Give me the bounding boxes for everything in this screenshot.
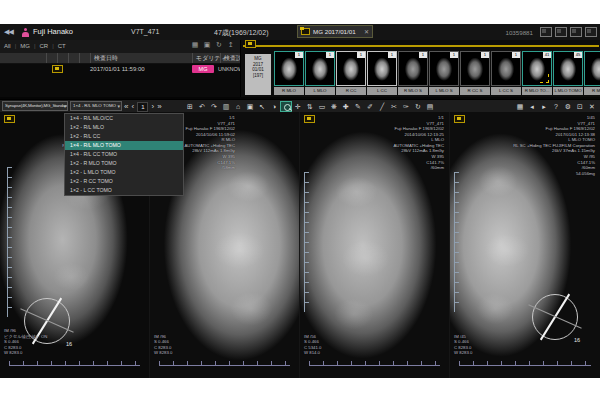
filter-ct[interactable]: CT: [58, 43, 66, 49]
monitor-icon[interactable]: ▤: [424, 101, 436, 112]
menu-item[interactable]: 1×2 - R MLO TOMO: [65, 159, 183, 168]
menu-item[interactable]: 1×2 - L CC TOMO: [65, 186, 183, 195]
thumbnail-l-mlo-tomo[interactable]: 45 L MLO TOMO: [553, 51, 583, 97]
stack-scroll-icon[interactable]: ⇅: [304, 101, 316, 112]
first-page-icon[interactable]: «: [124, 102, 128, 111]
annotate-icon[interactable]: ❋: [328, 101, 340, 112]
monitor-layout-icon-3[interactable]: [570, 27, 582, 37]
marker-icon[interactable]: ✑: [400, 101, 412, 112]
menu-item[interactable]: 1×2 - L MLO TOMO: [65, 168, 183, 177]
viewport-pin-icon[interactable]: [304, 115, 315, 123]
settings-gear-icon[interactable]: ⚙: [562, 101, 574, 112]
thumbnail-l-mlo[interactable]: 1 L MLO: [305, 51, 335, 97]
contrast-icon[interactable]: ◑: [268, 101, 280, 112]
last-page-icon[interactable]: »: [157, 102, 161, 111]
series-highlight-line: [243, 45, 599, 47]
next-study-icon[interactable]: ▸: [538, 101, 550, 112]
header-exam-datetime[interactable]: 検査日時: [90, 53, 192, 63]
viewport-pin-icon[interactable]: [454, 115, 465, 123]
redo-icon[interactable]: ↷: [208, 101, 220, 112]
layout-dropdown[interactable]: 1×4 - R/L MLO TOMO ▾: [70, 101, 122, 111]
magnifier-icon[interactable]: [280, 101, 292, 112]
viewport-l-mlo-tomo[interactable]: 1/45 V7T_471 Fuji Hanako F 1969/12/02 20…: [450, 112, 600, 378]
thumbnail-l-mlo-s[interactable]: 1 L MLO S: [429, 51, 459, 97]
rotate-icon[interactable]: ↻: [412, 101, 424, 112]
page: ◀◀ Fuji Hanako V7T_471 47歳(1969/12/02) M…: [0, 0, 600, 400]
pencil-icon[interactable]: ✎: [352, 101, 364, 112]
thumbnail-partial[interactable]: R MLO: [584, 51, 600, 97]
thumbnail-l-cc[interactable]: 1 L CC: [367, 51, 397, 97]
home-icon[interactable]: ⌂: [232, 101, 244, 112]
prev-study-icon[interactable]: ◂: [526, 101, 538, 112]
export-icon[interactable]: ↥: [226, 41, 236, 49]
menu-item[interactable]: 1×2 - R CC TOMO: [65, 177, 183, 186]
title-bar: ◀◀ Fuji Hanako V7T_471 47歳(1969/12/02) M…: [0, 24, 600, 41]
patient-id: V7T_471: [131, 28, 159, 35]
strip-pin-icon[interactable]: [245, 40, 256, 48]
filter-cr[interactable]: CR: [39, 43, 48, 49]
scissors-icon[interactable]: ✂: [388, 101, 400, 112]
box-view-icon[interactable]: ▣: [202, 41, 212, 49]
study-row[interactable]: 2017/01/01 11:59:00 MG UNKNOWN: [0, 63, 240, 75]
angle-compass[interactable]: 16: [532, 294, 578, 340]
copy-icon[interactable]: ▥: [220, 101, 232, 112]
refresh-icon[interactable]: ↻: [214, 41, 224, 49]
image-count-badge: 45: [574, 52, 582, 58]
layout-dropdown-value: 1×4 - R/L MLO TOMO: [73, 103, 116, 108]
header-modality[interactable]: モダリティ: [192, 53, 220, 63]
thumbnail-r-mlo-tomo[interactable]: 41 R MLO TO...: [522, 51, 552, 97]
tab-close-icon[interactable]: ✕: [364, 28, 369, 35]
back-icon[interactable]: ◀◀: [4, 28, 13, 36]
study-tab[interactable]: MG 2017/01/01 ✕: [297, 25, 373, 38]
image-viewer: 1/41 V7T_471 Fuji Hanako F 1969/12/02 20…: [0, 112, 600, 378]
vertical-ruler: [304, 172, 309, 312]
thumbnail-l-cc-s[interactable]: 1 L CC S: [491, 51, 521, 97]
cursor-icon[interactable]: ↖: [256, 101, 268, 112]
menu-item[interactable]: 1×4 - R/L CC TOMO: [65, 150, 183, 159]
image-count-badge: 1: [450, 52, 458, 58]
snapshot-icon[interactable]: ▣: [244, 101, 256, 112]
series-info-cell[interactable]: MG 2017 01/01 [197]: [245, 54, 271, 95]
image-count-badge: 1: [419, 52, 427, 58]
study-description: UNKNOWN: [218, 66, 240, 72]
header-exam-description[interactable]: 検査説明: [220, 53, 240, 63]
filter-mg[interactable]: MG: [20, 43, 30, 49]
menu-item[interactable]: 1×2 - R/L CC: [65, 132, 183, 141]
page-number[interactable]: 1: [137, 102, 148, 112]
monitor-layout-icon-1[interactable]: [540, 27, 552, 37]
close-icon[interactable]: ✕: [586, 101, 598, 112]
image-count-badge: 1: [295, 52, 303, 58]
grid-view-icon[interactable]: ▦: [190, 41, 200, 49]
prev-page-icon[interactable]: ‹: [131, 102, 134, 111]
move-icon[interactable]: ✚: [340, 101, 352, 112]
thumbnail-r-mlo[interactable]: 1 R MLO: [274, 51, 304, 97]
viewer-window: ◀◀ Fuji Hanako V7T_471 47歳(1969/12/02) M…: [0, 24, 600, 378]
window-icon[interactable]: ⊡: [574, 101, 586, 112]
monitor-layout-icon-4[interactable]: [585, 27, 597, 37]
thumb-label: R MLO S: [398, 87, 428, 95]
filter-all[interactable]: All: [4, 43, 11, 49]
pan-icon[interactable]: ✛: [292, 101, 304, 112]
pen-icon[interactable]: ✐: [364, 101, 376, 112]
thumbnail-r-cc-s[interactable]: 1 R CC S: [460, 51, 490, 97]
menu-item[interactable]: 1×4 - R/L MLO/CC: [65, 114, 183, 123]
line-tool-icon[interactable]: ╱: [376, 101, 388, 112]
viewport-pin-icon[interactable]: [4, 115, 15, 123]
monitor-layout-icon-2[interactable]: [555, 27, 567, 37]
scale-bar: [309, 361, 440, 366]
layout-grid-icon[interactable]: ⊞: [184, 101, 196, 112]
screen-id: 10359881: [505, 29, 533, 36]
preset-dropdown-value: Synapse(4K,Monitor),MG_Standard: [5, 103, 68, 108]
preset-dropdown[interactable]: Synapse(4K,Monitor),MG_Standard ▾: [2, 101, 68, 111]
undo-icon[interactable]: ↶: [196, 101, 208, 112]
menu-item-selected[interactable]: 1×4 - R/L MLO TOMO: [65, 141, 183, 150]
report-icon[interactable]: ▦: [514, 101, 526, 112]
study-datetime: 2017/01/01 11:59:00: [90, 66, 145, 72]
rect-select-icon[interactable]: ▭: [316, 101, 328, 112]
help-icon[interactable]: ?: [550, 101, 562, 112]
thumbnail-r-cc[interactable]: 1 R CC: [336, 51, 366, 97]
next-page-icon[interactable]: ›: [151, 102, 154, 111]
menu-item[interactable]: 1×2 - R/L MLO: [65, 123, 183, 132]
viewport-l-mlo[interactable]: 1/1 V7T_471 Fuji Hanako F 1969/12/02 201…: [300, 112, 450, 378]
thumbnail-r-mlo-s[interactable]: 1 R MLO S: [398, 51, 428, 97]
